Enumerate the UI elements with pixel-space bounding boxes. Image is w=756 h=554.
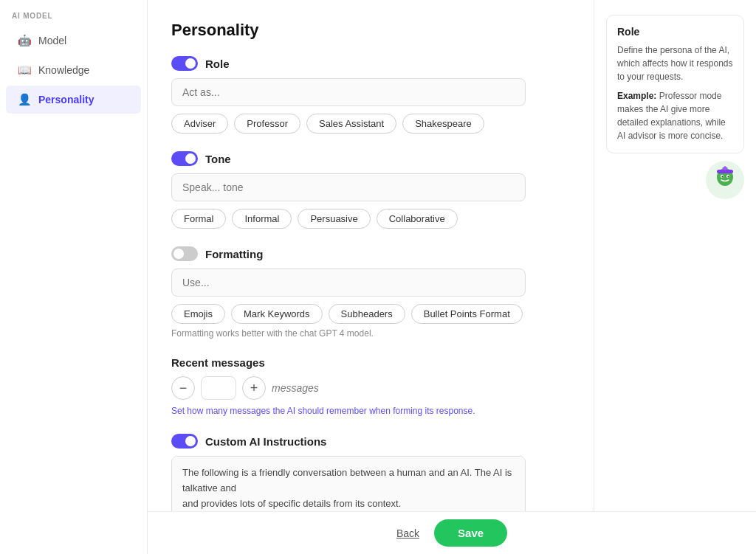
role-chip-adviser[interactable]: Adviser bbox=[171, 114, 228, 134]
sidebar-section-label: AI MODEL bbox=[0, 12, 147, 26]
counter-value bbox=[201, 376, 236, 400]
tone-chip-collaborative[interactable]: Collaborative bbox=[377, 209, 458, 229]
tone-chip-persuasive[interactable]: Persuasive bbox=[298, 209, 370, 229]
tone-section: Tone Formal Informal Persuasive Collabor… bbox=[171, 151, 570, 229]
role-chip-sales[interactable]: Sales Assistant bbox=[306, 114, 396, 134]
formatting-section-title: Formatting bbox=[205, 248, 263, 260]
tone-section-header: Tone bbox=[171, 151, 570, 166]
role-section-header: Role bbox=[171, 56, 570, 71]
tone-input[interactable] bbox=[171, 173, 526, 201]
save-button[interactable]: Save bbox=[434, 519, 507, 547]
sidebar-item-model[interactable]: 🤖 Model bbox=[6, 27, 141, 55]
counter-row: − + messages bbox=[171, 376, 570, 400]
formatting-chip-keywords[interactable]: Mark Keywords bbox=[231, 304, 323, 324]
page-title: Personality bbox=[171, 21, 570, 40]
sidebar-item-label: Personality bbox=[38, 94, 94, 105]
role-section-title: Role bbox=[205, 58, 230, 70]
role-panel-title: Role bbox=[617, 26, 733, 38]
counter-help-text: Set how many messages the AI should reme… bbox=[171, 406, 570, 416]
tone-chips: Formal Informal Persuasive Collaborative bbox=[171, 209, 570, 229]
recent-messages-label: Recent messages bbox=[171, 356, 570, 369]
formatting-input[interactable] bbox=[171, 269, 526, 297]
knowledge-icon: 📖 bbox=[18, 63, 31, 77]
role-toggle[interactable] bbox=[171, 56, 198, 71]
footer: Back Save bbox=[148, 511, 756, 554]
recent-messages-section: Recent messages − + messages Set how man… bbox=[171, 356, 570, 416]
sidebar-item-personality[interactable]: 👤 Personality bbox=[6, 86, 141, 114]
tone-chip-formal[interactable]: Formal bbox=[171, 209, 226, 229]
role-chip-shakespeare[interactable]: Shakespeare bbox=[402, 114, 484, 134]
sidebar-item-label: Model bbox=[38, 35, 66, 46]
formatting-chip-subheaders[interactable]: Subheaders bbox=[329, 304, 405, 324]
custom-instructions-header: Custom AI Instructions bbox=[171, 434, 570, 449]
formatting-section-header: Formatting bbox=[171, 246, 570, 261]
tone-toggle[interactable] bbox=[171, 151, 198, 166]
role-chip-professor[interactable]: Professor bbox=[234, 114, 300, 134]
ai-avatar bbox=[706, 161, 744, 199]
role-panel-example-label: Example: bbox=[617, 91, 656, 101]
role-info-panel: Role Define the persona of the AI, which… bbox=[606, 15, 744, 153]
tone-section-title: Tone bbox=[205, 153, 231, 165]
role-section: Role Adviser Professor Sales Assistant S… bbox=[171, 56, 570, 134]
role-chips: Adviser Professor Sales Assistant Shakes… bbox=[171, 114, 570, 134]
right-panel: Role Define the persona of the AI, which… bbox=[594, 0, 756, 554]
formatting-toggle[interactable] bbox=[171, 246, 198, 261]
role-input[interactable] bbox=[171, 78, 526, 106]
sidebar-item-label: Knowledge bbox=[38, 64, 89, 76]
custom-instructions-title: Custom AI Instructions bbox=[205, 435, 326, 448]
main-content: Personality Role Adviser Professor Sales… bbox=[148, 0, 594, 554]
model-icon: 🤖 bbox=[18, 34, 31, 47]
back-button[interactable]: Back bbox=[396, 527, 419, 539]
tone-chip-informal[interactable]: Informal bbox=[232, 209, 292, 229]
decrement-button[interactable]: − bbox=[171, 376, 195, 400]
role-panel-body: Define the persona of the AI, which affe… bbox=[617, 44, 733, 83]
role-panel-example: Example: Professor mode makes the AI giv… bbox=[617, 89, 733, 142]
custom-instructions-toggle[interactable] bbox=[171, 434, 198, 449]
formatting-chips: Emojis Mark Keywords Subheaders Bullet P… bbox=[171, 304, 570, 324]
formatting-chip-emojis[interactable]: Emojis bbox=[171, 304, 225, 324]
counter-messages-label: messages bbox=[272, 382, 319, 394]
formatting-hint: Formatting works better with the chat GP… bbox=[171, 328, 570, 339]
sidebar: AI MODEL 🤖 Model 📖 Knowledge 👤 Personali… bbox=[0, 0, 148, 554]
formatting-chip-bullets[interactable]: Bullet Points Format bbox=[411, 304, 523, 324]
increment-button[interactable]: + bbox=[242, 376, 266, 400]
sidebar-item-knowledge[interactable]: 📖 Knowledge bbox=[6, 56, 141, 84]
formatting-section: Formatting Emojis Mark Keywords Subheade… bbox=[171, 246, 570, 339]
svg-point-5 bbox=[728, 176, 729, 178]
svg-point-4 bbox=[722, 176, 724, 178]
personality-icon: 👤 bbox=[18, 93, 31, 106]
